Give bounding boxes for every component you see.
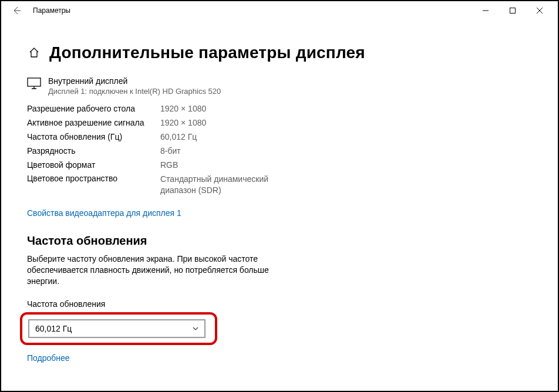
titlebar: Параметры [1, 1, 558, 20]
minimize-button[interactable] [472, 2, 499, 19]
chevron-down-icon [191, 325, 200, 333]
page-header: Дополнительные параметры дисплея [27, 43, 558, 62]
table-row: Частота обновления (Гц) 60,012 Гц [27, 130, 558, 144]
table-row: Цветовое пространство Стандартный динами… [27, 172, 558, 198]
info-value: 60,012 Гц [160, 132, 278, 141]
back-button[interactable] [9, 4, 23, 18]
home-icon[interactable] [28, 47, 40, 59]
page-title: Дополнительные параметры дисплея [49, 43, 365, 62]
refresh-rate-dropdown[interactable]: 60,012 Гц [28, 319, 206, 338]
info-label: Разрешение рабочего стола [27, 104, 160, 113]
info-label: Цветовое пространство [27, 174, 160, 183]
close-button[interactable] [526, 2, 553, 19]
display-connection: Дисплей 1: подключен к Intel(R) HD Graph… [48, 87, 221, 96]
svg-rect-0 [510, 8, 516, 13]
info-value: 8-бит [160, 146, 278, 156]
window-controls [472, 2, 553, 19]
info-value: 1920 × 1080 [160, 118, 278, 127]
table-row: Разрядность 8-бит [27, 144, 558, 158]
highlight-annotation: 60,012 Гц [20, 312, 217, 345]
more-info-link[interactable]: Подробнее [27, 353, 558, 363]
window-title: Параметры [33, 6, 70, 15]
display-name: Внутренний дисплей [48, 76, 221, 86]
info-value: 1920 × 1080 [160, 104, 278, 113]
svg-rect-1 [28, 78, 41, 86]
info-label: Разрядность [27, 146, 160, 156]
refresh-rate-section-title: Частота обновления [27, 234, 558, 248]
display-info-header: Внутренний дисплей Дисплей 1: подключен … [27, 76, 558, 96]
table-row: Цветовой формат RGB [27, 158, 558, 172]
info-label: Активное разрешение сигнала [27, 118, 160, 127]
info-value: Стандартный динамический диапазон (SDR) [160, 174, 278, 196]
info-label: Частота обновления (Гц) [27, 132, 160, 141]
refresh-rate-description: Выберите частоту обновления экрана. При … [27, 254, 297, 287]
table-row: Разрешение рабочего стола 1920 × 1080 [27, 102, 558, 116]
info-table: Разрешение рабочего стола 1920 × 1080 Ак… [27, 102, 558, 198]
maximize-button[interactable] [499, 2, 526, 19]
refresh-rate-field-label: Частота обновления [27, 299, 558, 309]
adapter-properties-link[interactable]: Свойства видеоадаптера для дисплея 1 [27, 208, 558, 218]
monitor-icon [27, 77, 41, 89]
dropdown-value: 60,012 Гц [35, 324, 72, 333]
info-value: RGB [160, 160, 278, 170]
table-row: Активное разрешение сигнала 1920 × 1080 [27, 116, 558, 130]
content-area: Дополнительные параметры дисплея Внутрен… [1, 43, 558, 363]
info-label: Цветовой формат [27, 160, 160, 170]
